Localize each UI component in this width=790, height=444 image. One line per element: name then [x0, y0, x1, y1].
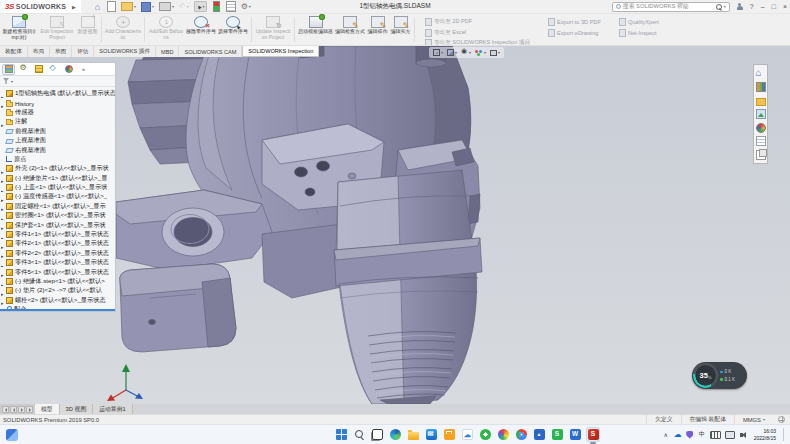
tray-onedrive-icon[interactable]: [674, 429, 682, 441]
design-library-icon[interactable]: [756, 82, 766, 92]
user-account-icon[interactable]: [736, 3, 744, 11]
export-3d-pdf-button[interactable]: Export to 3D PDF: [548, 18, 601, 26]
propertymanager-tab[interactable]: [17, 64, 30, 75]
units-selector[interactable]: MMGS▾: [734, 415, 773, 424]
update-inspection-project-button[interactable]: Update Inspection Project: [254, 14, 292, 45]
taskbar-search-button[interactable]: [352, 427, 366, 442]
qualityxpert-button[interactable]: QualityXpert: [619, 18, 659, 26]
tab-layout[interactable]: 布局: [28, 46, 50, 57]
dimxpertmanager-tab[interactable]: [47, 64, 60, 75]
export-excel-button[interactable]: 导出至 Excel: [425, 29, 530, 37]
tab-evaluate[interactable]: 评估: [72, 46, 94, 57]
appearances-icon[interactable]: [756, 123, 766, 133]
print-icon[interactable]: [159, 1, 174, 12]
add-edit-balloons-button[interactable]: Add/Edit Balloons: [147, 14, 185, 45]
tree-item[interactable]: History: [1, 98, 115, 107]
tray-ime-indicator[interactable]: 中: [698, 429, 706, 441]
tree-item[interactable]: 密封圈<1> (默认<<默认>_显示状: [1, 211, 115, 220]
taskbar-edge-icon[interactable]: [388, 427, 402, 442]
tray-keyboard-icon[interactable]: [710, 429, 721, 441]
taskbar-cad-app-icon[interactable]: [532, 427, 546, 442]
tab-scroll-first-icon[interactable]: [2, 406, 9, 413]
edit-inspection-method-button[interactable]: 编辑检查方式: [334, 14, 366, 45]
tray-volume-icon[interactable]: [739, 429, 747, 441]
new-inspection-project-button[interactable]: 新建检查项目(imp:对): [0, 14, 38, 45]
tray-device-icon[interactable]: [725, 429, 735, 441]
tree-item[interactable]: 注解: [1, 117, 115, 126]
ribbon-button[interactable]: [294, 17, 295, 42]
search-input[interactable]: 搜索 SOLIDWORKS 帮助 ▾: [612, 2, 730, 12]
filter-caret-icon[interactable]: ▾: [11, 79, 13, 84]
tree-item[interactable]: 螺栓<2> (默认<<默认>_显示状态: [1, 296, 115, 305]
maximize-button[interactable]: □: [772, 3, 776, 10]
forum-icon[interactable]: [756, 150, 766, 160]
undo-icon[interactable]: [179, 1, 189, 12]
taskbar-start-button[interactable]: [334, 427, 348, 442]
tab-sw-cam[interactable]: SOLIDWORKS CAM: [179, 46, 242, 57]
select-arrow-icon[interactable]: [194, 1, 207, 12]
help-globe-icon[interactable]: [778, 416, 785, 423]
sw-resources-icon[interactable]: [756, 69, 766, 79]
tab-scroll-right-icon[interactable]: [18, 406, 25, 413]
featuremanager-tree-tab[interactable]: [2, 64, 15, 75]
ribbon-button[interactable]: [251, 17, 252, 42]
hide-show-items-icon[interactable]: [461, 49, 471, 56]
display-style-icon[interactable]: [475, 49, 486, 56]
tab-sw-addins[interactable]: SOLIDWORKS 插件: [94, 46, 156, 57]
tray-shield-icon[interactable]: [686, 429, 694, 441]
tree-item[interactable]: 零件3<1> (默认<<默认>_显示状态: [1, 258, 115, 267]
scene-settings-icon[interactable]: [490, 49, 500, 56]
minimize-button[interactable]: –: [761, 3, 765, 10]
taskbar-taskview-button[interactable]: [370, 427, 384, 442]
cad-model-3d-view[interactable]: [0, 46, 790, 404]
tree-item[interactable]: (-) 绝缘垫片<1> (默认<<默认>_显: [1, 174, 115, 183]
taskbar-color-wheel-app-icon[interactable]: [496, 427, 510, 442]
doc-tab-model[interactable]: 模型: [35, 404, 60, 414]
taskbar-360-app-icon[interactable]: [478, 427, 492, 442]
taskbar-cloud-app-icon[interactable]: [460, 427, 474, 442]
custom-properties-icon[interactable]: [756, 136, 766, 146]
configurationmanager-tab[interactable]: [32, 64, 45, 75]
taskbar-mail-icon[interactable]: [424, 427, 438, 442]
edit-plan-button[interactable]: 编辑实方: [389, 14, 412, 45]
tree-item[interactable]: (-) 垫片 (2)<2> ->? (默认<<默认: [1, 286, 115, 295]
taskbar-chrome-icon[interactable]: [514, 427, 528, 442]
menu-flyout-icon[interactable]: ▶: [72, 4, 76, 10]
file-explorer-icon[interactable]: [756, 98, 766, 106]
select-balloons-button[interactable]: 选择零件序号: [217, 14, 249, 45]
tab-sw-inspection[interactable]: SOLIDWORKS Inspection: [242, 46, 319, 57]
view-orientation-icon[interactable]: [447, 49, 457, 56]
taskbar-solidworks-icon[interactable]: S: [586, 427, 600, 442]
close-button[interactable]: ×: [783, 3, 787, 10]
launch-template-editor-button[interactable]: 启动模板编辑器: [297, 14, 334, 45]
tree-item[interactable]: 零件2<1> (默认<<默认>_显示状态: [1, 239, 115, 248]
tree-item[interactable]: 固定螺栓<1> (默认<<默认>_显示: [1, 202, 115, 211]
tree-item[interactable]: (-) 上盖<1> (默认<<默认>_显示状: [1, 183, 115, 192]
show-desktop-button[interactable]: [783, 428, 786, 441]
edit-operations-button[interactable]: 编辑操作: [366, 14, 389, 45]
panel-tabs-overflow-icon[interactable]: »: [77, 64, 90, 75]
taskbar-green-s-app-icon[interactable]: S: [550, 427, 564, 442]
ribbon-button[interactable]: [414, 17, 415, 42]
tree-item[interactable]: 零件1<1> (默认<<默认>_显示状态: [1, 230, 115, 239]
taskbar-widgets-icon[interactable]: [6, 429, 18, 441]
tree-item[interactable]: (-) 绝缘体.step<1> (默认<<默认>: [1, 277, 115, 286]
tab-mbd[interactable]: MBD: [156, 46, 179, 57]
rebuild-icon[interactable]: [212, 1, 221, 12]
graphics-viewport[interactable]: 35 % 0 K 0.1 K: [0, 46, 790, 404]
ribbon-button[interactable]: [144, 17, 145, 42]
tree-item[interactable]: 前视基准面: [1, 127, 115, 136]
save-icon[interactable]: [141, 1, 154, 12]
search-caret-icon[interactable]: ▾: [724, 4, 726, 9]
remove-balloons-button[interactable]: 移除零件序号: [185, 14, 217, 45]
new-view-button[interactable]: 新建视图: [76, 14, 99, 45]
edit-inspection-project-button[interactable]: Edit Inspection Project: [38, 14, 76, 45]
taskbar-file-explorer-icon[interactable]: [406, 427, 420, 442]
tree-item[interactable]: 外壳 (2)<1> (默认<<默认>_显示状: [1, 164, 115, 173]
export-2d-pdf-button[interactable]: 导出至 2D PDF: [425, 18, 530, 26]
taskbar-clock[interactable]: 16:03 2022/8/15: [754, 428, 776, 441]
panel-splitter[interactable]: [0, 309, 115, 311]
tab-scroll-last-icon[interactable]: [26, 406, 33, 413]
open-document-icon[interactable]: [121, 1, 136, 12]
home-icon[interactable]: [93, 1, 102, 12]
